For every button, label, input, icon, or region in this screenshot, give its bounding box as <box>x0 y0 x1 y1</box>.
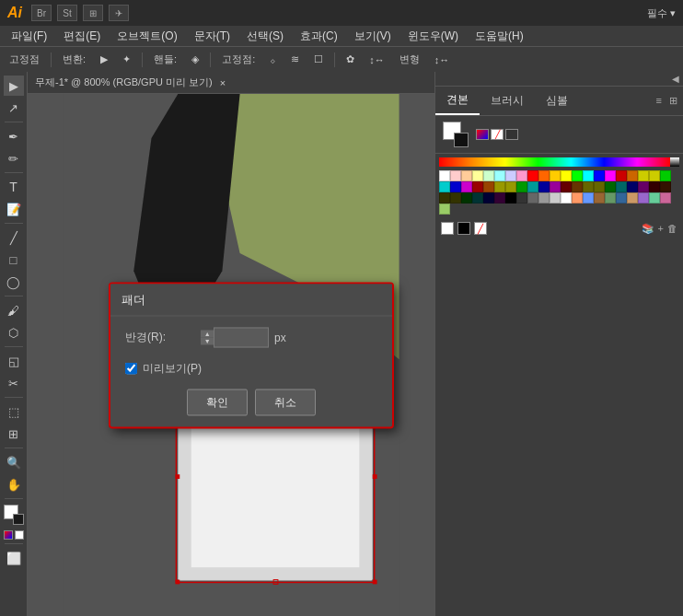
panel-grid-icon[interactable]: ⊞ <box>667 93 679 109</box>
mesh-tool[interactable]: ⊞ <box>4 424 24 444</box>
canvas-tab-close[interactable]: × <box>220 77 226 88</box>
gradient-tool[interactable]: ⬚ <box>4 401 24 422</box>
color-swatch[interactable] <box>461 192 472 203</box>
color-mode-btn[interactable] <box>476 129 489 140</box>
color-swatch[interactable] <box>572 181 583 192</box>
color-icon[interactable] <box>4 530 13 540</box>
color-swatch[interactable] <box>638 192 649 203</box>
color-swatch[interactable] <box>616 181 627 192</box>
rotate-icon[interactable]: ✿ <box>341 52 360 67</box>
line-tool[interactable]: ╱ <box>4 227 24 248</box>
color-swatch[interactable] <box>660 181 671 192</box>
color-swatch[interactable] <box>439 181 450 192</box>
paintbrush-tool[interactable]: 🖌 <box>4 300 24 320</box>
color-swatch[interactable] <box>649 181 660 192</box>
color-swatch[interactable] <box>616 170 627 181</box>
share-icon[interactable]: ✈ <box>109 5 129 21</box>
color-swatch[interactable] <box>616 192 627 203</box>
color-swatch[interactable] <box>550 170 561 181</box>
pencil-tool[interactable]: ✏ <box>4 148 24 169</box>
color-swatch[interactable] <box>605 192 616 203</box>
panel-menu-icon[interactable]: ≡ <box>654 93 664 109</box>
menu-text[interactable]: 문자(T) <box>187 27 237 46</box>
color-swatch[interactable] <box>450 192 461 203</box>
transform-icon2[interactable]: ✦ <box>117 52 136 67</box>
menu-edit[interactable]: 편집(E) <box>56 27 108 46</box>
artboard-tool[interactable]: ⬜ <box>4 548 24 568</box>
color-swatch[interactable] <box>572 170 583 181</box>
color-swatch[interactable] <box>550 192 561 203</box>
anchor-icon[interactable]: ⬦ <box>264 52 282 67</box>
menu-window[interactable]: 윈도우(W) <box>400 27 466 46</box>
color-swatch[interactable] <box>583 170 594 181</box>
menu-file[interactable]: 파일(F) <box>4 27 54 46</box>
color-swatch[interactable] <box>527 192 538 203</box>
color-swatch[interactable] <box>538 170 550 181</box>
scissors-tool[interactable]: ✂ <box>4 373 24 393</box>
rect-icon[interactable]: ☐ <box>308 52 329 67</box>
color-swatch[interactable] <box>638 170 649 181</box>
color-swatch[interactable] <box>472 192 483 203</box>
transform2-icon[interactable]: ↕↔ <box>429 52 456 67</box>
color-swatch[interactable] <box>649 192 660 203</box>
menu-object[interactable]: 오브젝트(O) <box>110 27 184 46</box>
black-swatch[interactable] <box>457 222 470 235</box>
workspace-icon[interactable]: ⊞ <box>83 5 103 21</box>
ellipse-tool[interactable]: ◯ <box>4 272 24 292</box>
menu-effect[interactable]: 효과(C) <box>293 27 345 46</box>
color-swatch[interactable] <box>505 170 516 181</box>
black-mode-btn[interactable] <box>505 129 518 140</box>
essential-label[interactable]: 필수 ▾ <box>647 6 676 20</box>
color-swatch[interactable] <box>572 192 583 203</box>
none-mode-btn[interactable]: ╱ <box>491 129 504 140</box>
color-swatch[interactable] <box>660 170 671 181</box>
bridge-icon[interactable]: Br <box>31 5 52 21</box>
color-swatch[interactable] <box>439 203 450 215</box>
color-swatch[interactable] <box>494 181 505 192</box>
direct-select-tool[interactable]: ↗ <box>4 98 24 118</box>
transform-icon1[interactable]: ▶ <box>95 52 113 67</box>
color-swatch[interactable] <box>472 181 483 192</box>
color-swatch[interactable] <box>538 192 550 203</box>
color-swatch[interactable] <box>505 181 516 192</box>
color-swatch[interactable] <box>594 170 605 181</box>
color-swatch[interactable] <box>594 181 605 192</box>
preview-checkbox[interactable] <box>125 362 137 374</box>
new-swatch-icon[interactable]: + <box>658 223 664 234</box>
color-swatch[interactable] <box>527 181 538 192</box>
color-swatch[interactable] <box>461 170 472 181</box>
color-swatch[interactable] <box>483 181 494 192</box>
color-swatch[interactable] <box>605 170 616 181</box>
hand-tool[interactable]: ✋ <box>4 474 24 494</box>
color-swatch[interactable] <box>627 192 638 203</box>
area-type-tool[interactable]: 📝 <box>4 199 24 219</box>
color-swatch[interactable] <box>627 170 638 181</box>
color-swatch[interactable] <box>483 170 494 181</box>
menu-select[interactable]: 선택(S) <box>239 27 291 46</box>
color-swatch[interactable] <box>583 192 594 203</box>
color-swatch[interactable] <box>516 192 527 203</box>
color-swatch[interactable] <box>649 170 660 181</box>
pen-tool[interactable]: ✒ <box>4 126 24 146</box>
tab-brush[interactable]: 브러시 <box>480 87 535 114</box>
color-swatch[interactable] <box>583 181 594 192</box>
color-swatch[interactable] <box>439 170 450 181</box>
color-swatch[interactable] <box>461 181 472 192</box>
flip-icon[interactable]: ↕↔ <box>364 52 390 67</box>
color-swatch[interactable] <box>494 192 505 203</box>
rect-tool[interactable]: □ <box>4 250 24 270</box>
grid-icon[interactable]: ≋ <box>285 52 305 67</box>
color-swatch[interactable] <box>494 170 505 181</box>
handle-icon[interactable]: ◈ <box>186 52 204 67</box>
blob-brush-tool[interactable]: ⬡ <box>4 322 24 343</box>
ok-button[interactable]: 확인 <box>187 389 248 415</box>
spinner-down[interactable]: ▼ <box>201 337 214 344</box>
color-swatch[interactable] <box>605 181 616 192</box>
color-swatch[interactable] <box>516 170 527 181</box>
eraser-tool[interactable]: ◱ <box>4 351 24 371</box>
color-swatch[interactable] <box>660 192 671 203</box>
color-swatch[interactable] <box>561 192 572 203</box>
none-icon[interactable] <box>15 530 24 540</box>
spectrum-strip[interactable] <box>439 157 670 167</box>
tab-swatch[interactable]: 견본 <box>435 87 480 115</box>
